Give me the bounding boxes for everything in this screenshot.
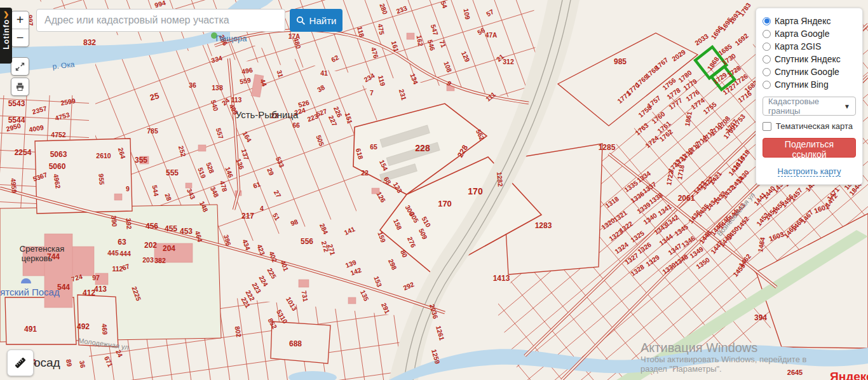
parcel-number: 202 [144,241,157,250]
parcel-number: 63 [118,238,126,247]
parcel-number: 5060 [49,162,66,171]
parcel-number: 785 [147,127,158,135]
search-bar: Найти [36,9,342,32]
parcel-number: 555 [166,168,179,177]
zoom-in-button[interactable]: + [11,11,29,29]
layer-option-label: Спутник Bing [775,79,829,90]
parcel-number: 89 [65,358,74,367]
parcel-number: 382 [154,257,166,264]
configure-map-link[interactable]: Настроить карту [778,166,841,177]
ruler-icon [11,354,29,372]
map-shapes [0,0,868,380]
search-icon [296,16,306,25]
radio-icon [763,68,771,76]
parcel-number: 469 [100,323,109,336]
parcel-number: 985 [614,57,627,66]
parcel-number: 170 [468,186,482,196]
parcel-number: 444 [119,250,131,257]
parcel-number: 392 [125,218,133,230]
parcel-number: 2254 [15,148,32,157]
parcel-number: 1282 [496,172,505,187]
print-button[interactable] [11,78,29,96]
place-label: Пещера [216,34,247,43]
parcel-number: 36 [78,360,87,369]
parcel-number: 413 [94,285,107,294]
parcel-number: 394 [754,313,767,322]
parcel-number: 492 [77,322,90,331]
parcel-number: 1283 [535,221,552,230]
cadastral-map-app: 99499783228023354109571184755475647А1625… [0,0,868,380]
chevron-down-icon: ▼ [844,103,850,110]
layer-option-label: Карта 2GIS [775,41,821,51]
brand-tab[interactable]: ❯ Lotinfo [0,8,12,64]
parcel-number: 65 [370,143,377,151]
layer-option-3[interactable]: Спутник Яндекс [763,53,856,65]
parcel-number: 4 [260,205,264,212]
search-button[interactable]: Найти [290,9,342,32]
layers-panel: Карта ЯндексКарта GoogleКарта 2GISСпутни… [756,8,863,185]
radio-icon [763,55,771,64]
parcel-number: 5543 [8,99,25,108]
map-canvas[interactable] [0,0,868,380]
parcel-number: 36 [189,81,196,89]
radio-icon [763,81,771,89]
parcel-number: 204 [163,244,175,253]
layer-option-2[interactable]: Карта 2GIS [763,40,856,53]
parcel-number: 217 [241,212,254,221]
expand-arrows-icon [15,61,25,72]
boundaries-select-value: Кадастровые границы [768,97,844,116]
parcel-number: 390 [110,215,118,227]
boundaries-select[interactable]: Кадастровые границы ▼ [763,97,856,116]
print-icon [15,81,25,92]
layer-option-4[interactable]: Спутник Google [763,65,856,78]
parcel-number: 7 [370,89,374,97]
layer-option-0[interactable]: Карта Яндекс [763,15,856,27]
parcel-number: 2610 [96,152,111,159]
parcel-number: 47А [485,32,497,39]
parcel-number: 228 [415,143,430,153]
parcel-number: 453 [180,227,193,236]
parcel-number: 455 [165,224,177,233]
chevron-right-icon: ❯ [3,10,9,18]
checkbox-icon [763,122,771,131]
layer-option-1[interactable]: Карта Google [763,27,856,40]
zoom-out-button[interactable]: − [11,29,29,46]
parcel-number: 113 [231,96,242,104]
thematic-map-label: Тематическая карта [776,121,853,131]
yandex-attribution: Яндекс [830,370,868,380]
place-label: Усть-Рыбница [236,109,299,120]
brand-logo: Lotinfo [2,19,11,50]
parcel-number: 4959 [10,178,18,193]
parcel-number: 97 [92,274,100,282]
measure-button[interactable] [7,349,34,376]
parcel-number: 22 [361,169,369,177]
parcel-number: 491 [24,325,37,334]
radio-selected-icon [763,17,771,25]
parcel-number: 688 [289,339,302,348]
parcel-number: 832 [83,38,96,47]
layer-option-label: Спутник Яндекс [775,54,841,64]
layer-option-5[interactable]: Спутник Bing [763,78,856,91]
parcel-number: 4752 [51,131,65,139]
radio-icon [763,43,771,51]
search-input[interactable] [36,9,285,32]
parcel-number: 955 [97,173,105,186]
place-label: Сретенская [20,244,64,254]
search-button-label: Найти [309,15,337,26]
layer-option-label: Спутник Google [775,67,839,77]
parcel-number: 66 [292,121,300,129]
parcel-number: 1413 [493,274,510,283]
parcel-number: 1285 [599,143,616,152]
parcel-number: 456 [146,222,158,231]
share-link-button[interactable]: Поделиться ссылкой [763,138,856,158]
parcel-number: 2645 [787,369,803,376]
parcel-number: 355 [135,156,147,165]
layer-options: Карта ЯндексКарта GoogleКарта 2GISСпутни… [763,15,856,91]
parcel-number: 9 [126,185,130,193]
layer-option-label: Карта Google [775,29,830,39]
parcel-number: 5063 [50,150,67,159]
parcel-number: 41 [320,69,328,77]
parcel-number: 445 [107,249,119,257]
thematic-map-checkbox-row[interactable]: Тематическая карта [763,121,856,131]
fullscreen-button[interactable] [11,57,29,76]
